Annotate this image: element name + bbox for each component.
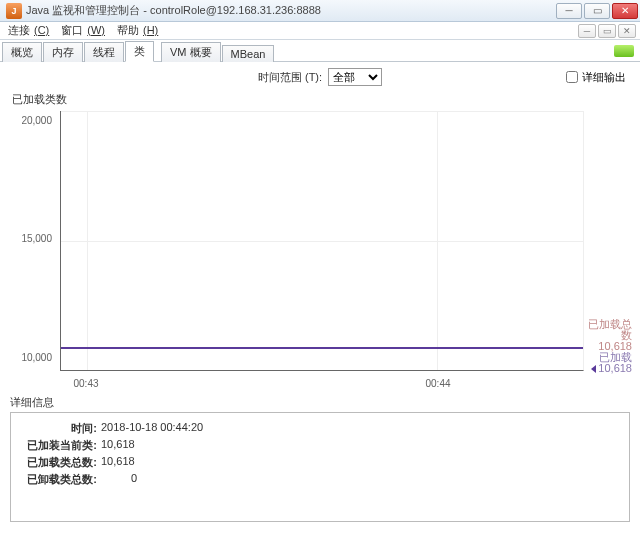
maximize-button[interactable]: ▭ [584,3,610,19]
tab-vm-summary[interactable]: VM 概要 [161,42,221,62]
details-title: 详细信息 [0,389,640,412]
series-loaded [61,347,583,349]
window-buttons: ─ ▭ ✕ [556,3,638,19]
detail-unloaded-total-label: 已卸载类总数: [21,472,97,487]
legend-loaded-value: 10,618 [588,363,632,374]
detail-unloaded-total-value: 0 [131,472,137,487]
tab-mbeans[interactable]: MBean [222,45,275,62]
chart-legend: 已加载总数 10,618 已加载 10,618 [588,319,632,374]
window-titlebar: J Java 监视和管理控制台 - controlRole@192.168.31… [0,0,640,22]
detail-loaded-total-label: 已加载类总数: [21,455,97,470]
y-tick: 20,000 [21,114,52,125]
details-panel: 时间: 2018-10-18 00:44:20 已加装当前类: 10,618 已… [10,412,630,522]
tab-threads[interactable]: 线程 [84,42,124,62]
menu-bar: 连接(C) 窗口(W) 帮助(H) ─ ▭ ✕ [0,22,640,40]
legend-loaded-total-label: 已加载总数 [588,319,632,341]
detail-loaded-current-label: 已加装当前类: [21,438,97,453]
detail-time-label: 时间: [21,421,97,436]
triangle-marker-icon [591,365,596,373]
menu-help[interactable]: 帮助(H) [113,23,162,38]
detail-output-input[interactable] [566,71,578,83]
tab-classes[interactable]: 类 [125,41,154,62]
tab-overview[interactable]: 概览 [2,42,42,62]
detail-loaded-current-value: 10,618 [101,438,135,453]
x-tick: 00:44 [425,378,450,389]
detail-time-value: 2018-10-18 00:44:20 [101,421,203,436]
connection-status-icon [614,45,634,57]
mdi-window-buttons: ─ ▭ ✕ [578,24,636,38]
y-tick: 10,000 [21,352,52,363]
menu-connect[interactable]: 连接(C) [4,23,53,38]
java-icon: J [6,3,22,19]
mdi-restore-button[interactable]: ▭ [598,24,616,38]
detail-loaded-total-value: 10,618 [101,455,135,470]
time-range-select[interactable]: 全部 [328,68,382,86]
minimize-button[interactable]: ─ [556,3,582,19]
y-axis: 20,000 15,000 10,000 [8,109,56,373]
tab-memory[interactable]: 内存 [43,42,83,62]
chart-title: 已加载类数 [8,92,632,107]
mdi-minimize-button[interactable]: ─ [578,24,596,38]
mdi-close-button[interactable]: ✕ [618,24,636,38]
window-title: Java 监视和管理控制台 - controlRole@192.168.31.2… [26,3,556,18]
time-range-label: 时间范围 (T): [258,70,322,85]
chart-toolbar: 时间范围 (T): 全部 详细输出 [0,62,640,92]
chart-area: 20,000 15,000 10,000 00:43 00:44 已加载总数 1… [8,109,632,389]
detail-output-label: 详细输出 [582,70,626,85]
y-tick: 15,000 [21,233,52,244]
close-button[interactable]: ✕ [612,3,638,19]
detail-output-checkbox[interactable]: 详细输出 [566,70,626,85]
chart-section: 已加载类数 20,000 15,000 10,000 00:43 00:44 已… [0,92,640,389]
x-tick: 00:43 [73,378,98,389]
menu-window[interactable]: 窗口(W) [57,23,109,38]
tab-strip: 概览 内存 线程 类 VM 概要 MBean [0,40,640,62]
chart-plot[interactable] [60,111,584,371]
